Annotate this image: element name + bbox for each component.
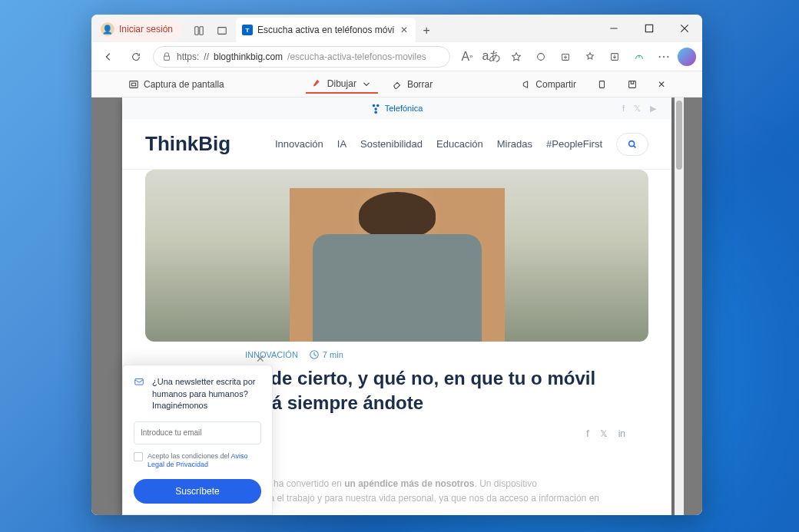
profile-button[interactable]: 👤 Iniciar sesión bbox=[98, 19, 182, 39]
annotation-toolbar: Captura de pantalla Dibujar Borrar Compa… bbox=[91, 71, 702, 97]
address-bar: https://blogthinkbig.com/escucha-activa-… bbox=[91, 42, 702, 71]
profile-label: Iniciar sesión bbox=[119, 24, 173, 35]
chevron-down-icon bbox=[361, 78, 372, 89]
save-button[interactable] bbox=[621, 76, 644, 93]
eraser-icon bbox=[392, 79, 403, 90]
youtube-icon[interactable]: ▶ bbox=[650, 104, 656, 114]
svg-rect-4 bbox=[645, 25, 652, 31]
svg-rect-7 bbox=[164, 56, 170, 60]
favorite-icon[interactable] bbox=[506, 46, 527, 68]
content-area: Telefónica f 𝕏 ▶ ThinkBig Innovación IA … bbox=[91, 97, 702, 515]
performance-icon[interactable] bbox=[628, 46, 650, 68]
url-input[interactable]: https://blogthinkbig.com/escucha-activa-… bbox=[153, 46, 450, 68]
svg-point-19 bbox=[629, 140, 635, 146]
email-input[interactable] bbox=[134, 421, 261, 444]
back-button[interactable] bbox=[98, 46, 119, 68]
nav-menu: Innovación IA Sostenibilidad Educación M… bbox=[275, 133, 648, 156]
subscribe-button[interactable]: Suscríbete bbox=[134, 479, 261, 504]
mail-icon bbox=[134, 376, 144, 387]
browser-window: 👤 Iniciar sesión T Escucha activa en tel… bbox=[91, 15, 702, 515]
popup-headline: ¿Una newsletter escrita por humanos para… bbox=[152, 376, 261, 411]
translate-icon[interactable]: aあ bbox=[481, 46, 502, 68]
share-button[interactable]: Compartir bbox=[514, 76, 582, 93]
screenshot-button[interactable]: Captura de pantalla bbox=[122, 76, 230, 93]
nav-item[interactable]: Miradas bbox=[497, 138, 532, 150]
brand-label: Telefónica bbox=[385, 104, 423, 113]
newsletter-popup: ✕ ¿Una newsletter escrita por humanos pa… bbox=[122, 365, 273, 515]
refresh-button[interactable] bbox=[125, 46, 147, 68]
lock-icon bbox=[161, 51, 172, 62]
save-icon bbox=[627, 79, 638, 90]
downloads-icon[interactable] bbox=[604, 46, 625, 68]
draw-button[interactable]: Dibujar bbox=[306, 75, 378, 94]
copilot-button[interactable] bbox=[678, 48, 696, 66]
tab-close-icon[interactable]: ✕ bbox=[399, 25, 409, 35]
scrollbar[interactable] bbox=[675, 97, 684, 515]
search-icon bbox=[627, 139, 638, 150]
svg-point-17 bbox=[374, 107, 377, 111]
article-meta: INNOVACIÓN 7 min bbox=[222, 349, 671, 360]
terms-row: Acepto las condiciones del Aviso Legal d… bbox=[134, 452, 261, 470]
svg-rect-11 bbox=[130, 81, 138, 88]
site-logo[interactable]: ThinkBig bbox=[145, 132, 230, 156]
brand-bar: Telefónica f 𝕏 ▶ bbox=[122, 97, 671, 119]
copy-button[interactable] bbox=[590, 76, 613, 93]
terms-checkbox[interactable] bbox=[134, 452, 143, 461]
x-icon[interactable]: 𝕏 bbox=[634, 104, 641, 114]
svg-rect-2 bbox=[218, 28, 227, 35]
site-header: ThinkBig Innovación IA Sostenibilidad Ed… bbox=[122, 119, 671, 170]
svg-point-16 bbox=[376, 104, 380, 107]
nav-item[interactable]: Sostenibilidad bbox=[360, 138, 423, 150]
scrollbar-thumb[interactable] bbox=[676, 101, 682, 170]
more-icon[interactable]: ⋯ bbox=[653, 46, 675, 68]
nav-item[interactable]: Innovación bbox=[275, 138, 323, 150]
share-facebook-icon[interactable]: f bbox=[586, 428, 588, 439]
tab-favicon: T bbox=[242, 25, 253, 35]
copy-icon bbox=[596, 79, 607, 90]
extensions-icon[interactable] bbox=[530, 46, 552, 68]
svg-rect-22 bbox=[135, 379, 144, 385]
read-aloud-icon[interactable]: A» bbox=[456, 46, 478, 68]
close-window-button[interactable] bbox=[667, 15, 702, 42]
favorites-bar-icon[interactable] bbox=[579, 46, 601, 68]
svg-point-15 bbox=[372, 104, 375, 107]
erase-button[interactable]: Borrar bbox=[386, 76, 439, 93]
facebook-icon[interactable]: f bbox=[622, 104, 625, 114]
new-tab-button[interactable]: + bbox=[416, 19, 437, 42]
hero-image bbox=[145, 170, 648, 342]
svg-rect-0 bbox=[195, 27, 198, 35]
svg-point-18 bbox=[374, 111, 377, 114]
url-domain: blogthinkbig.com bbox=[214, 51, 283, 62]
tab-actions-icon[interactable] bbox=[213, 21, 231, 40]
tab-title: Escucha activa en teléfonos móvi bbox=[257, 25, 394, 35]
svg-rect-1 bbox=[200, 27, 203, 35]
svg-point-8 bbox=[538, 53, 545, 60]
minimize-button[interactable] bbox=[596, 15, 632, 42]
url-path: /escucha-activa-telefonos-moviles bbox=[287, 51, 426, 62]
svg-rect-12 bbox=[131, 83, 135, 86]
search-button[interactable] bbox=[616, 133, 648, 156]
clock-icon bbox=[309, 349, 320, 360]
collections-icon[interactable] bbox=[555, 46, 576, 68]
nav-item[interactable]: IA bbox=[337, 138, 346, 150]
avatar: 👤 bbox=[101, 22, 114, 36]
svg-line-20 bbox=[634, 145, 636, 147]
share-x-icon[interactable]: 𝕏 bbox=[600, 428, 608, 439]
workspaces-icon[interactable] bbox=[190, 21, 208, 40]
svg-rect-14 bbox=[629, 81, 636, 88]
share-linkedin-icon[interactable]: in bbox=[618, 428, 625, 439]
telefonica-logo-icon bbox=[371, 103, 382, 114]
popup-close-button[interactable]: ✕ bbox=[254, 352, 267, 365]
share-icon bbox=[520, 79, 531, 90]
screenshot-icon bbox=[128, 79, 139, 90]
browser-tab[interactable]: T Escucha activa en teléfonos móvi ✕ bbox=[236, 18, 416, 42]
read-time: 7 min bbox=[309, 349, 343, 360]
close-annotation-button[interactable]: ✕ bbox=[651, 76, 671, 93]
maximize-button[interactable] bbox=[632, 15, 667, 42]
titlebar: 👤 Iniciar sesión T Escucha activa en tel… bbox=[91, 15, 702, 42]
pen-icon bbox=[312, 78, 323, 89]
svg-rect-13 bbox=[599, 81, 604, 88]
nav-item[interactable]: Educación bbox=[436, 138, 483, 150]
nav-item[interactable]: #PeopleFirst bbox=[546, 138, 602, 150]
